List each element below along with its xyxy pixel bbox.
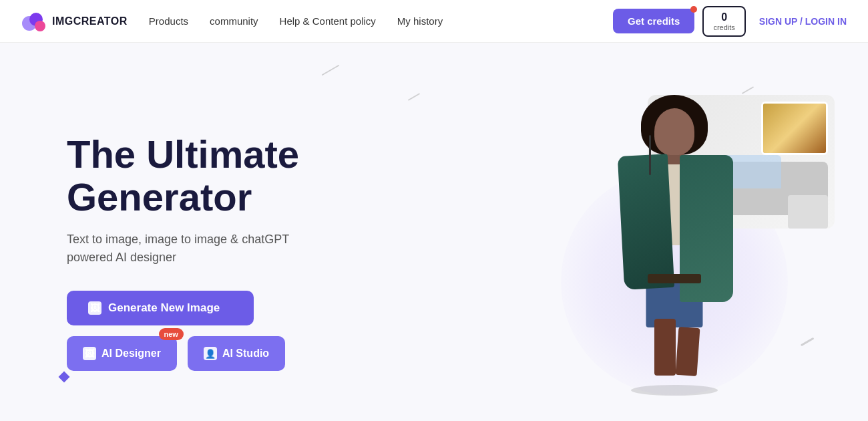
credits-label: credits <box>713 23 734 31</box>
ai-designer-icon <box>83 347 96 360</box>
logo[interactable]: IMGCREATOR <box>21 9 128 34</box>
credits-box[interactable]: 0 credits <box>702 6 745 37</box>
nav-link-history[interactable]: My history <box>397 15 443 27</box>
logo-text: IMGCREATOR <box>52 15 128 27</box>
deco-hero-line <box>801 337 814 345</box>
navbar: IMGCREATOR Products community Help & Con… <box>0 0 868 43</box>
notification-dot <box>690 6 697 13</box>
new-badge: new <box>159 328 184 340</box>
nav-links: Products community Help & Content policy… <box>149 15 608 27</box>
hero-content: The Ultimate Generator Text to image, im… <box>67 133 299 371</box>
generate-icon <box>88 301 101 315</box>
credits-count: 0 <box>713 11 734 23</box>
ai-studio-button[interactable]: AI Studio <box>188 336 285 371</box>
ai-designer-button[interactable]: AI Designer new <box>67 336 177 371</box>
hero-image-container <box>514 55 835 409</box>
nav-link-community[interactable]: community <box>210 15 258 27</box>
svg-point-2 <box>35 21 45 31</box>
leg-left <box>654 319 676 376</box>
diamond-decoration <box>59 372 70 383</box>
shadow <box>631 385 718 396</box>
signin-button[interactable]: SIGN UP / LOGIN IN <box>759 16 847 27</box>
photo-frame <box>761 102 828 155</box>
hero-image-area <box>481 43 868 421</box>
nav-actions: Get credits 0 credits SIGN UP / LOGIN IN <box>613 6 847 37</box>
get-credits-button[interactable]: Get credits <box>613 9 694 33</box>
belt <box>648 274 701 283</box>
head <box>654 108 694 155</box>
secondary-buttons: AI Designer new AI Studio <box>67 336 285 371</box>
deco-line-1 <box>322 65 340 76</box>
ai-studio-icon <box>204 347 217 360</box>
person-figure <box>601 95 748 389</box>
hero-subtitle: Text to image, image to image & chatGPTp… <box>67 231 299 267</box>
hero-section: The Ultimate Generator Text to image, im… <box>0 43 868 421</box>
deco-line-2 <box>408 93 420 101</box>
hero-title: The Ultimate Generator <box>67 133 299 219</box>
jacket-left <box>618 154 674 290</box>
hero-buttons: Generate New Image AI Designer new AI St… <box>67 291 299 371</box>
nav-link-help[interactable]: Help & Content policy <box>280 15 376 27</box>
generate-image-button[interactable]: Generate New Image <box>67 291 254 325</box>
logo-icon <box>21 9 47 34</box>
leg-right <box>676 327 700 376</box>
nav-link-products[interactable]: Products <box>149 15 188 27</box>
